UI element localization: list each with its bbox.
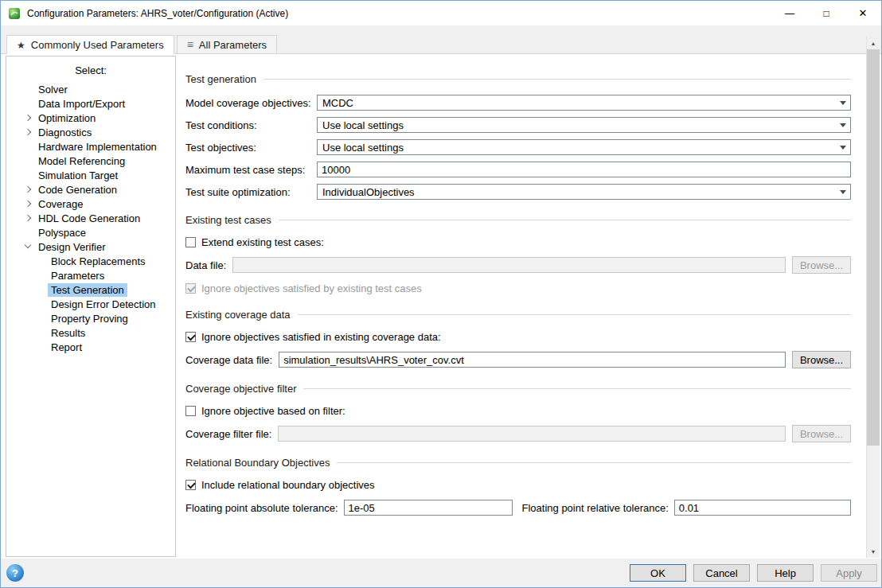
- list-icon: ≡: [187, 38, 193, 51]
- sidebar-item-coverage[interactable]: Coverage: [6, 197, 175, 211]
- chevron-right-icon[interactable]: [22, 126, 35, 138]
- configuration-parameters-window: Configuration Parameters: AHRS_voter/Con…: [0, 0, 882, 588]
- coverage-data-file-input[interactable]: [279, 352, 786, 368]
- ignore-objective-based-on-filter-checkbox[interactable]: [185, 406, 196, 416]
- sidebar-item-hdl-code-generation[interactable]: HDL Code Generation: [6, 211, 175, 225]
- chevron-right-icon[interactable]: [22, 212, 35, 224]
- chevron-right-icon[interactable]: [22, 111, 35, 124]
- sidebar-item-results[interactable]: Results: [6, 325, 175, 340]
- sidebar-item-data-import-export[interactable]: Data Import/Export: [6, 96, 175, 111]
- test-objectives-label: Test objectives:: [185, 142, 317, 154]
- scroll-up-icon[interactable]: ▲: [867, 37, 880, 49]
- sidebar: Select: Solver Data Import/Export Optimi…: [6, 56, 176, 557]
- ok-button[interactable]: OK: [630, 564, 686, 582]
- chevron-down-icon[interactable]: [22, 240, 35, 253]
- floating-point-absolute-tolerance-input[interactable]: [344, 500, 513, 516]
- chevron-right-icon[interactable]: [22, 183, 35, 196]
- data-file-browse-button: Browse...: [792, 256, 851, 274]
- ignore-objectives-existing-coverage-data-checkbox[interactable]: [185, 332, 196, 342]
- sidebar-item-design-error-detection[interactable]: Design Error Detection: [6, 297, 175, 311]
- main-panel: Test generation Model coverage objective…: [176, 56, 881, 557]
- sidebar-item-parameters[interactable]: Parameters: [6, 268, 175, 282]
- coverage-filter-file-label: Coverage filter file:: [185, 428, 271, 440]
- help-icon[interactable]: ?: [6, 564, 24, 582]
- window-title: Configuration Parameters: AHRS_voter/Con…: [27, 8, 288, 19]
- test-suite-optimization-label: Test suite optimization:: [185, 186, 317, 198]
- minimize-button[interactable]: —: [771, 1, 808, 25]
- test-suite-optimization-select[interactable]: IndividualObjectives: [317, 184, 851, 200]
- sidebar-item-solver[interactable]: Solver: [6, 82, 175, 96]
- sidebar-item-simulation-target[interactable]: Simulation Target: [6, 168, 175, 182]
- data-file-label: Data file:: [185, 259, 226, 271]
- scrollbar-track[interactable]: [867, 446, 880, 545]
- model-coverage-objectives-label: Model coverage objectives:: [185, 97, 317, 109]
- maximum-test-case-steps-input[interactable]: [317, 162, 851, 177]
- sidebar-item-hardware-implementation[interactable]: Hardware Implementation: [6, 139, 175, 154]
- test-conditions-select[interactable]: Use local settings: [317, 117, 851, 133]
- footer-buttons: OK Cancel Help Apply: [630, 564, 877, 582]
- titlebar: Configuration Parameters: AHRS_voter/Con…: [1, 1, 881, 25]
- parameter-tree: Solver Data Import/Export Optimization D…: [6, 82, 175, 354]
- section-title-existing-coverage-data: Existing coverage data: [185, 309, 851, 321]
- sidebar-item-code-generation[interactable]: Code Generation: [6, 182, 175, 197]
- section-title-existing-test-cases: Existing test cases: [185, 214, 851, 226]
- window-controls: — □ ✕: [771, 1, 881, 25]
- tabbar: ★ Commonly Used Parameters ≡ All Paramet…: [1, 25, 881, 53]
- floating-point-relative-tolerance-input[interactable]: [674, 500, 851, 516]
- cancel-button[interactable]: Cancel: [693, 564, 750, 582]
- floating-point-relative-tolerance-label: Floating point relative tolerance:: [522, 502, 669, 514]
- section-title-test-generation: Test generation: [185, 73, 851, 85]
- extend-existing-test-cases-checkbox[interactable]: [185, 237, 196, 247]
- chevron-down-icon: [836, 119, 849, 131]
- apply-button: Apply: [821, 564, 877, 582]
- section-title-coverage-objective-filter: Coverage objective filter: [185, 383, 851, 395]
- ignore-objectives-existing-test-cases-checkbox: [185, 283, 196, 294]
- sidebar-item-model-referencing[interactable]: Model Referencing: [6, 154, 175, 168]
- sidebar-item-block-replacements[interactable]: Block Replacements: [6, 254, 175, 268]
- footer: ? OK Cancel Help Apply: [1, 559, 881, 587]
- sidebar-item-property-proving[interactable]: Property Proving: [6, 311, 175, 325]
- model-coverage-objectives-select[interactable]: MCDC: [317, 95, 851, 111]
- sidebar-item-design-verifier[interactable]: Design Verifier: [6, 239, 175, 254]
- chevron-down-icon: [836, 96, 849, 109]
- data-file-input: [232, 257, 786, 273]
- coverage-filter-file-browse-button: Browse...: [792, 425, 851, 442]
- chevron-down-icon: [836, 185, 849, 198]
- tab-all-parameters[interactable]: ≡ All Parameters: [177, 35, 277, 53]
- coverage-filter-file-input: [278, 426, 786, 442]
- help-button[interactable]: Help: [757, 564, 814, 582]
- test-objectives-select[interactable]: Use local settings: [317, 139, 851, 155]
- chevron-down-icon: [836, 141, 849, 154]
- tab-commonly-used-parameters[interactable]: ★ Commonly Used Parameters: [6, 35, 174, 54]
- close-button[interactable]: ✕: [845, 1, 881, 25]
- tab-label: All Parameters: [199, 39, 267, 51]
- chevron-right-icon[interactable]: [22, 197, 35, 210]
- sidebar-item-optimization[interactable]: Optimization: [6, 111, 175, 125]
- sidebar-item-test-generation[interactable]: Test Generation: [6, 282, 175, 297]
- maximum-test-case-steps-label: Maximum test case steps:: [185, 164, 317, 176]
- include-relational-boundary-objectives-checkbox[interactable]: [185, 480, 196, 490]
- scroll-down-icon[interactable]: ▼: [867, 545, 880, 558]
- test-conditions-label: Test conditions:: [185, 119, 317, 131]
- maximize-button[interactable]: □: [808, 1, 845, 25]
- tab-label: Commonly Used Parameters: [31, 39, 164, 51]
- sidebar-item-report[interactable]: Report: [6, 340, 175, 354]
- content-area: Select: Solver Data Import/Export Optimi…: [1, 53, 881, 559]
- sidebar-header: Select:: [6, 64, 175, 79]
- sidebar-item-polyspace[interactable]: Polyspace: [6, 225, 175, 239]
- sidebar-item-diagnostics[interactable]: Diagnostics: [6, 125, 175, 139]
- vertical-scrollbar[interactable]: ▲ ▼: [866, 37, 880, 558]
- floating-point-absolute-tolerance-label: Floating point absolute tolerance:: [185, 502, 338, 514]
- simulink-app-icon: [8, 7, 21, 20]
- coverage-data-file-browse-button[interactable]: Browse...: [792, 351, 851, 368]
- star-icon: ★: [17, 40, 25, 51]
- scrollbar-thumb[interactable]: [867, 49, 880, 446]
- coverage-data-file-label: Coverage data file:: [185, 354, 272, 366]
- section-title-relational-boundary-objectives: Relational Boundary Objectives: [185, 457, 851, 469]
